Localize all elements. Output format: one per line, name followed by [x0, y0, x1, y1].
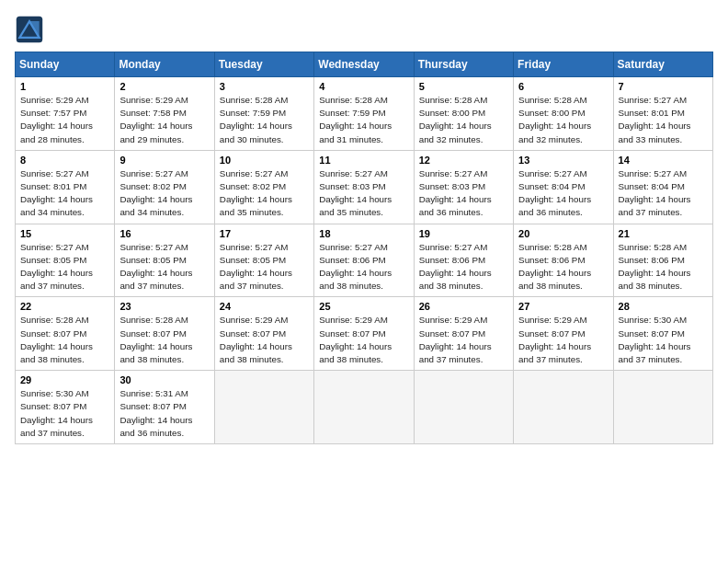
day-cell-12: 12Sunrise: 5:27 AMSunset: 8:03 PMDayligh… — [414, 150, 513, 224]
day-info: Sunrise: 5:29 AMSunset: 8:07 PMDaylight:… — [419, 314, 508, 366]
day-number: 30 — [119, 374, 209, 385]
day-info: Sunrise: 5:27 AMSunset: 8:05 PMDaylight:… — [119, 241, 209, 293]
day-info: Sunrise: 5:27 AMSunset: 8:06 PMDaylight:… — [419, 241, 508, 293]
day-info: Sunrise: 5:29 AMSunset: 8:07 PMDaylight:… — [518, 314, 608, 366]
day-cell-4: 4Sunrise: 5:28 AMSunset: 7:59 PMDaylight… — [314, 77, 414, 151]
day-number: 12 — [419, 155, 508, 166]
day-number: 19 — [419, 228, 508, 239]
column-header-tuesday: Tuesday — [214, 52, 313, 77]
day-number: 24 — [220, 301, 309, 312]
day-cell-2: 2Sunrise: 5:29 AMSunset: 7:58 PMDaylight… — [115, 77, 214, 151]
day-number: 25 — [319, 301, 408, 312]
day-cell-17: 17Sunrise: 5:27 AMSunset: 8:05 PMDayligh… — [214, 224, 313, 297]
day-info: Sunrise: 5:28 AMSunset: 8:07 PMDaylight:… — [119, 314, 209, 366]
page-header — [15, 15, 713, 44]
day-info: Sunrise: 5:27 AMSunset: 8:01 PMDaylight:… — [619, 94, 708, 146]
day-info: Sunrise: 5:29 AMSunset: 8:07 PMDaylight:… — [220, 314, 309, 366]
day-cell-19: 19Sunrise: 5:27 AMSunset: 8:06 PMDayligh… — [414, 224, 513, 297]
day-number: 17 — [220, 228, 309, 239]
day-info: Sunrise: 5:31 AMSunset: 8:07 PMDaylight:… — [119, 387, 209, 440]
day-info: Sunrise: 5:27 AMSunset: 8:01 PMDaylight:… — [20, 167, 109, 220]
column-header-friday: Friday — [514, 52, 613, 77]
day-info: Sunrise: 5:28 AMSunset: 8:00 PMDaylight:… — [419, 94, 508, 146]
day-info: Sunrise: 5:28 AMSunset: 7:59 PMDaylight:… — [220, 94, 309, 146]
day-info: Sunrise: 5:29 AMSunset: 7:57 PMDaylight:… — [20, 94, 109, 146]
day-number: 23 — [119, 301, 209, 312]
day-number: 5 — [419, 81, 508, 92]
day-cell-6: 6Sunrise: 5:28 AMSunset: 8:00 PMDaylight… — [514, 77, 613, 151]
day-info: Sunrise: 5:29 AMSunset: 8:07 PMDaylight:… — [319, 314, 408, 366]
day-info: Sunrise: 5:28 AMSunset: 8:06 PMDaylight:… — [619, 241, 708, 293]
day-number: 6 — [518, 81, 608, 92]
day-cell-11: 11Sunrise: 5:27 AMSunset: 8:03 PMDayligh… — [314, 150, 414, 224]
day-cell-16: 16Sunrise: 5:27 AMSunset: 8:05 PMDayligh… — [115, 224, 214, 297]
column-header-saturday: Saturday — [613, 52, 712, 77]
column-header-sunday: Sunday — [16, 52, 115, 77]
day-number: 3 — [220, 81, 309, 92]
day-number: 26 — [419, 301, 508, 312]
day-cell-7: 7Sunrise: 5:27 AMSunset: 8:01 PMDaylight… — [613, 77, 712, 151]
day-cell-28: 28Sunrise: 5:30 AMSunset: 8:07 PMDayligh… — [613, 297, 712, 371]
day-info: Sunrise: 5:27 AMSunset: 8:05 PMDaylight:… — [220, 241, 309, 293]
column-header-thursday: Thursday — [414, 52, 513, 77]
day-number: 4 — [319, 81, 408, 92]
day-info: Sunrise: 5:27 AMSunset: 8:04 PMDaylight:… — [518, 167, 608, 220]
day-cell-14: 14Sunrise: 5:27 AMSunset: 8:04 PMDayligh… — [613, 150, 712, 224]
day-number: 13 — [518, 155, 608, 166]
day-number: 15 — [20, 228, 109, 239]
logo-icon — [15, 15, 44, 44]
day-number: 16 — [119, 228, 209, 239]
day-info: Sunrise: 5:27 AMSunset: 8:04 PMDaylight:… — [619, 167, 708, 220]
day-number: 1 — [20, 81, 109, 92]
day-number: 27 — [518, 301, 608, 312]
day-number: 2 — [119, 81, 209, 92]
column-header-monday: Monday — [115, 52, 214, 77]
day-info: Sunrise: 5:27 AMSunset: 8:02 PMDaylight:… — [119, 167, 209, 220]
day-info: Sunrise: 5:27 AMSunset: 8:02 PMDaylight:… — [220, 167, 309, 220]
calendar-table: SundayMondayTuesdayWednesdayThursdayFrid… — [15, 52, 713, 444]
day-cell-24: 24Sunrise: 5:29 AMSunset: 8:07 PMDayligh… — [214, 297, 313, 371]
day-cell-8: 8Sunrise: 5:27 AMSunset: 8:01 PMDaylight… — [16, 150, 115, 224]
day-number: 22 — [20, 301, 109, 312]
day-info: Sunrise: 5:27 AMSunset: 8:03 PMDaylight:… — [419, 167, 508, 220]
day-cell-23: 23Sunrise: 5:28 AMSunset: 8:07 PMDayligh… — [115, 297, 214, 371]
day-cell-30: 30Sunrise: 5:31 AMSunset: 8:07 PMDayligh… — [115, 371, 214, 444]
day-number: 28 — [619, 301, 708, 312]
day-cell-25: 25Sunrise: 5:29 AMSunset: 8:07 PMDayligh… — [314, 297, 414, 371]
day-cell-18: 18Sunrise: 5:27 AMSunset: 8:06 PMDayligh… — [314, 224, 414, 297]
day-number: 21 — [619, 228, 708, 239]
day-cell-20: 20Sunrise: 5:28 AMSunset: 8:06 PMDayligh… — [514, 224, 613, 297]
day-number: 29 — [20, 374, 109, 385]
day-number: 7 — [619, 81, 708, 92]
day-cell-9: 9Sunrise: 5:27 AMSunset: 8:02 PMDaylight… — [115, 150, 214, 224]
day-number: 9 — [119, 155, 209, 166]
day-number: 8 — [20, 155, 109, 166]
day-info: Sunrise: 5:28 AMSunset: 8:07 PMDaylight:… — [20, 314, 109, 366]
column-header-wednesday: Wednesday — [314, 52, 414, 77]
day-number: 14 — [619, 155, 708, 166]
day-cell-13: 13Sunrise: 5:27 AMSunset: 8:04 PMDayligh… — [514, 150, 613, 224]
day-info: Sunrise: 5:28 AMSunset: 8:06 PMDaylight:… — [518, 241, 608, 293]
day-info: Sunrise: 5:27 AMSunset: 8:06 PMDaylight:… — [319, 241, 408, 293]
day-info: Sunrise: 5:30 AMSunset: 8:07 PMDaylight:… — [20, 387, 109, 440]
day-cell-22: 22Sunrise: 5:28 AMSunset: 8:07 PMDayligh… — [16, 297, 115, 371]
empty-cell — [514, 371, 613, 444]
day-cell-10: 10Sunrise: 5:27 AMSunset: 8:02 PMDayligh… — [214, 150, 313, 224]
day-cell-15: 15Sunrise: 5:27 AMSunset: 8:05 PMDayligh… — [16, 224, 115, 297]
empty-cell — [613, 371, 712, 444]
day-info: Sunrise: 5:27 AMSunset: 8:03 PMDaylight:… — [319, 167, 408, 220]
empty-cell — [214, 371, 313, 444]
day-number: 20 — [518, 228, 608, 239]
day-cell-26: 26Sunrise: 5:29 AMSunset: 8:07 PMDayligh… — [414, 297, 513, 371]
day-info: Sunrise: 5:29 AMSunset: 7:58 PMDaylight:… — [119, 94, 209, 146]
empty-cell — [414, 371, 513, 444]
day-cell-21: 21Sunrise: 5:28 AMSunset: 8:06 PMDayligh… — [613, 224, 712, 297]
day-info: Sunrise: 5:28 AMSunset: 7:59 PMDaylight:… — [319, 94, 408, 146]
day-info: Sunrise: 5:30 AMSunset: 8:07 PMDaylight:… — [619, 314, 708, 366]
day-number: 11 — [319, 155, 408, 166]
logo — [15, 15, 48, 44]
day-cell-5: 5Sunrise: 5:28 AMSunset: 8:00 PMDaylight… — [414, 77, 513, 151]
day-cell-29: 29Sunrise: 5:30 AMSunset: 8:07 PMDayligh… — [16, 371, 115, 444]
day-cell-1: 1Sunrise: 5:29 AMSunset: 7:57 PMDaylight… — [16, 77, 115, 151]
day-info: Sunrise: 5:27 AMSunset: 8:05 PMDaylight:… — [20, 241, 109, 293]
